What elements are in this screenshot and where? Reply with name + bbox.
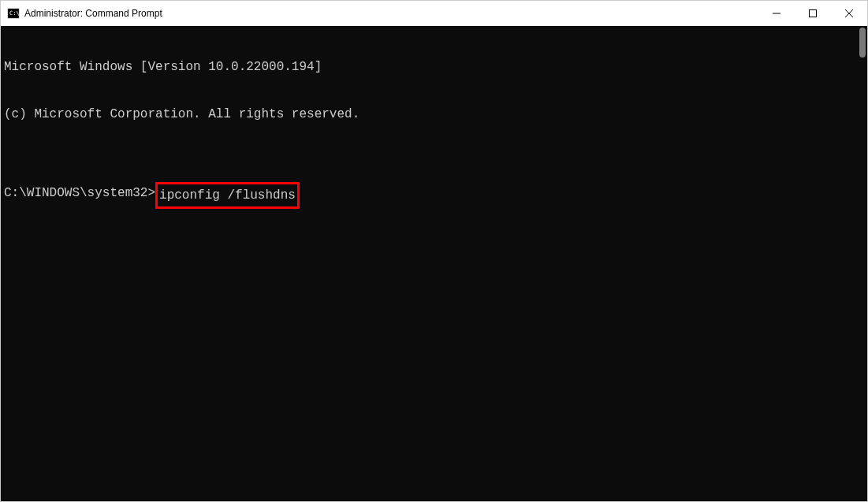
terminal-command: ipconfig /flushdns	[159, 188, 296, 203]
close-button[interactable]	[831, 1, 867, 26]
terminal-area[interactable]: Microsoft Windows [Version 10.0.22000.19…	[1, 26, 867, 501]
command-prompt-window: C:\ Administrator: Command Prompt Micros…	[0, 0, 868, 502]
terminal-output-line: Microsoft Windows [Version 10.0.22000.19…	[4, 59, 864, 75]
highlighted-command: ipconfig /flushdns	[155, 182, 300, 209]
window-controls	[758, 1, 867, 26]
terminal-output-line: (c) Microsoft Corporation. All rights re…	[4, 106, 864, 122]
svg-rect-3	[810, 10, 817, 17]
titlebar[interactable]: C:\ Administrator: Command Prompt	[1, 1, 867, 26]
terminal-scrollbar[interactable]	[855, 26, 867, 501]
maximize-button[interactable]	[795, 1, 831, 26]
scrollbar-thumb[interactable]	[859, 28, 866, 58]
minimize-button[interactable]	[758, 1, 795, 26]
terminal-prompt-line: C:\WINDOWS\system32>ipconfig /flushdns	[4, 185, 864, 206]
terminal-prompt: C:\WINDOWS\system32>	[4, 185, 155, 201]
window-title: Administrator: Command Prompt	[24, 8, 758, 19]
svg-text:C:\: C:\	[9, 10, 20, 17]
app-icon: C:\	[7, 7, 20, 20]
